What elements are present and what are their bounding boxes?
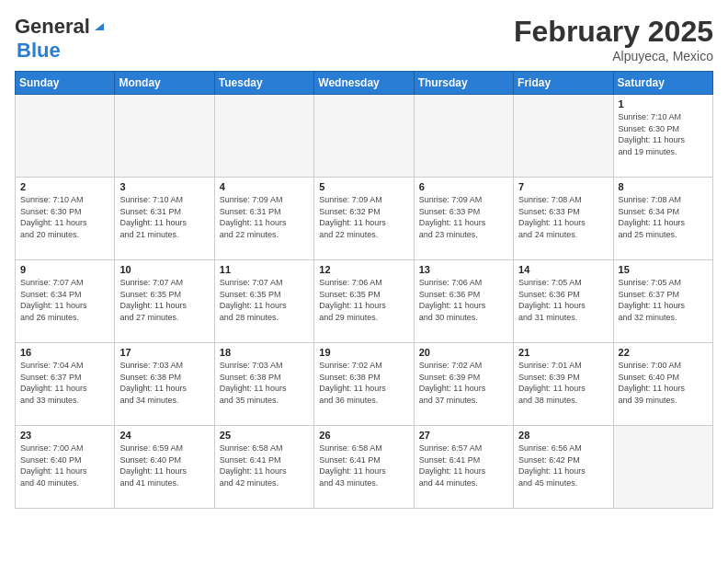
day-number: 26 (319, 430, 408, 441)
calendar-cell: 25Sunrise: 6:58 AM Sunset: 6:41 PM Dayli… (214, 426, 313, 509)
calendar-title-block: February 2025 Alpuyeca, Mexico (514, 15, 713, 63)
day-info: Sunrise: 6:59 AM Sunset: 6:40 PM Dayligh… (119, 442, 209, 488)
calendar-cell (214, 95, 313, 178)
day-info: Sunrise: 7:00 AM Sunset: 6:40 PM Dayligh… (619, 360, 708, 406)
day-info: Sunrise: 7:10 AM Sunset: 6:30 PM Dayligh… (20, 194, 109, 240)
day-info: Sunrise: 7:05 AM Sunset: 6:36 PM Dayligh… (518, 277, 608, 323)
logo-general-text: General (15, 15, 90, 39)
day-number: 22 (619, 347, 708, 358)
day-number: 13 (419, 264, 508, 275)
calendar-subtitle: Alpuyeca, Mexico (514, 49, 713, 63)
calendar-cell: 24Sunrise: 6:59 AM Sunset: 6:40 PM Dayli… (115, 426, 214, 509)
calendar-cell: 8Sunrise: 7:08 AM Sunset: 6:34 PM Daylig… (613, 178, 712, 260)
day-number: 4 (220, 181, 309, 192)
day-number: 16 (20, 347, 109, 358)
svg-marker-0 (95, 23, 104, 30)
day-info: Sunrise: 7:07 AM Sunset: 6:34 PM Dayligh… (20, 277, 109, 323)
day-number: 19 (319, 347, 408, 358)
day-number: 3 (119, 181, 209, 192)
day-number: 8 (619, 181, 708, 192)
day-info: Sunrise: 7:02 AM Sunset: 6:39 PM Dayligh… (419, 360, 508, 406)
day-number: 14 (518, 264, 608, 275)
calendar-cell (314, 95, 414, 178)
day-info: Sunrise: 7:09 AM Sunset: 6:32 PM Dayligh… (319, 194, 408, 240)
weekday-header-friday: Friday (514, 72, 613, 95)
day-info: Sunrise: 7:06 AM Sunset: 6:36 PM Dayligh… (419, 277, 508, 323)
week-row-3: 9Sunrise: 7:07 AM Sunset: 6:34 PM Daylig… (16, 260, 713, 343)
day-number: 23 (20, 430, 109, 441)
logo-icon (91, 17, 106, 32)
calendar-cell: 10Sunrise: 7:07 AM Sunset: 6:35 PM Dayli… (115, 260, 214, 343)
calendar-cell: 14Sunrise: 7:05 AM Sunset: 6:36 PM Dayli… (514, 260, 613, 343)
calendar-cell: 16Sunrise: 7:04 AM Sunset: 6:37 PM Dayli… (16, 343, 115, 426)
day-number: 17 (119, 347, 209, 358)
calendar-cell: 20Sunrise: 7:02 AM Sunset: 6:39 PM Dayli… (414, 343, 513, 426)
calendar-cell: 26Sunrise: 6:58 AM Sunset: 6:41 PM Dayli… (314, 426, 414, 509)
day-info: Sunrise: 6:57 AM Sunset: 6:41 PM Dayligh… (419, 442, 508, 488)
calendar-title: February 2025 (514, 15, 713, 49)
calendar-cell: 13Sunrise: 7:06 AM Sunset: 6:36 PM Dayli… (414, 260, 513, 343)
day-number: 25 (220, 430, 309, 441)
day-number: 21 (518, 347, 608, 358)
calendar-cell: 9Sunrise: 7:07 AM Sunset: 6:34 PM Daylig… (16, 260, 115, 343)
day-info: Sunrise: 6:56 AM Sunset: 6:42 PM Dayligh… (518, 442, 608, 488)
day-info: Sunrise: 7:03 AM Sunset: 6:38 PM Dayligh… (220, 360, 309, 406)
calendar-table: SundayMondayTuesdayWednesdayThursdayFrid… (15, 71, 713, 509)
calendar-cell: 27Sunrise: 6:57 AM Sunset: 6:41 PM Dayli… (414, 426, 513, 509)
week-row-5: 23Sunrise: 7:00 AM Sunset: 6:40 PM Dayli… (16, 426, 713, 509)
calendar-cell (414, 95, 513, 178)
calendar-cell (16, 95, 115, 178)
day-info: Sunrise: 7:04 AM Sunset: 6:37 PM Dayligh… (20, 360, 109, 406)
calendar-cell: 11Sunrise: 7:07 AM Sunset: 6:35 PM Dayli… (214, 260, 313, 343)
calendar-cell: 2Sunrise: 7:10 AM Sunset: 6:30 PM Daylig… (16, 178, 115, 260)
day-number: 18 (220, 347, 309, 358)
weekday-header-sunday: Sunday (16, 72, 115, 95)
day-info: Sunrise: 7:10 AM Sunset: 6:30 PM Dayligh… (619, 111, 708, 157)
day-info: Sunrise: 7:00 AM Sunset: 6:40 PM Dayligh… (20, 442, 109, 488)
calendar-cell: 19Sunrise: 7:02 AM Sunset: 6:38 PM Dayli… (314, 343, 414, 426)
day-number: 2 (20, 181, 109, 192)
day-number: 24 (119, 430, 209, 441)
day-info: Sunrise: 7:07 AM Sunset: 6:35 PM Dayligh… (119, 277, 209, 323)
logo: General Blue (15, 15, 106, 63)
day-number: 12 (319, 264, 408, 275)
day-info: Sunrise: 7:08 AM Sunset: 6:33 PM Dayligh… (518, 194, 608, 240)
day-number: 11 (220, 264, 309, 275)
calendar-cell: 21Sunrise: 7:01 AM Sunset: 6:39 PM Dayli… (514, 343, 613, 426)
calendar-cell (613, 426, 712, 509)
logo-blue-text: Blue (17, 39, 61, 62)
day-info: Sunrise: 7:07 AM Sunset: 6:35 PM Dayligh… (220, 277, 309, 323)
day-number: 7 (518, 181, 608, 192)
calendar-cell: 3Sunrise: 7:10 AM Sunset: 6:31 PM Daylig… (115, 178, 214, 260)
day-number: 5 (319, 181, 408, 192)
day-info: Sunrise: 6:58 AM Sunset: 6:41 PM Dayligh… (220, 442, 309, 488)
weekday-header-saturday: Saturday (613, 72, 712, 95)
calendar-cell: 22Sunrise: 7:00 AM Sunset: 6:40 PM Dayli… (613, 343, 712, 426)
day-info: Sunrise: 7:03 AM Sunset: 6:38 PM Dayligh… (119, 360, 209, 406)
day-info: Sunrise: 7:09 AM Sunset: 6:33 PM Dayligh… (419, 194, 508, 240)
day-number: 20 (419, 347, 508, 358)
weekday-header-tuesday: Tuesday (214, 72, 313, 95)
calendar-cell: 17Sunrise: 7:03 AM Sunset: 6:38 PM Dayli… (115, 343, 214, 426)
day-info: Sunrise: 7:02 AM Sunset: 6:38 PM Dayligh… (319, 360, 408, 406)
day-number: 15 (619, 264, 708, 275)
calendar-cell: 12Sunrise: 7:06 AM Sunset: 6:35 PM Dayli… (314, 260, 414, 343)
calendar-cell (115, 95, 214, 178)
calendar-cell: 1Sunrise: 7:10 AM Sunset: 6:30 PM Daylig… (613, 95, 712, 178)
calendar-cell: 23Sunrise: 7:00 AM Sunset: 6:40 PM Dayli… (16, 426, 115, 509)
page-header: General Blue February 2025 Alpuyeca, Mex… (15, 15, 713, 63)
calendar-cell: 18Sunrise: 7:03 AM Sunset: 6:38 PM Dayli… (214, 343, 313, 426)
day-info: Sunrise: 7:05 AM Sunset: 6:37 PM Dayligh… (619, 277, 708, 323)
day-number: 1 (619, 98, 708, 109)
day-info: Sunrise: 7:08 AM Sunset: 6:34 PM Dayligh… (619, 194, 708, 240)
calendar-cell (514, 95, 613, 178)
calendar-cell: 28Sunrise: 6:56 AM Sunset: 6:42 PM Dayli… (514, 426, 613, 509)
calendar-cell: 15Sunrise: 7:05 AM Sunset: 6:37 PM Dayli… (613, 260, 712, 343)
day-info: Sunrise: 7:09 AM Sunset: 6:31 PM Dayligh… (220, 194, 309, 240)
calendar-cell: 6Sunrise: 7:09 AM Sunset: 6:33 PM Daylig… (414, 178, 513, 260)
calendar-cell: 5Sunrise: 7:09 AM Sunset: 6:32 PM Daylig… (314, 178, 414, 260)
day-number: 9 (20, 264, 109, 275)
day-info: Sunrise: 7:10 AM Sunset: 6:31 PM Dayligh… (119, 194, 209, 240)
day-info: Sunrise: 6:58 AM Sunset: 6:41 PM Dayligh… (319, 442, 408, 488)
weekday-header-monday: Monday (115, 72, 214, 95)
